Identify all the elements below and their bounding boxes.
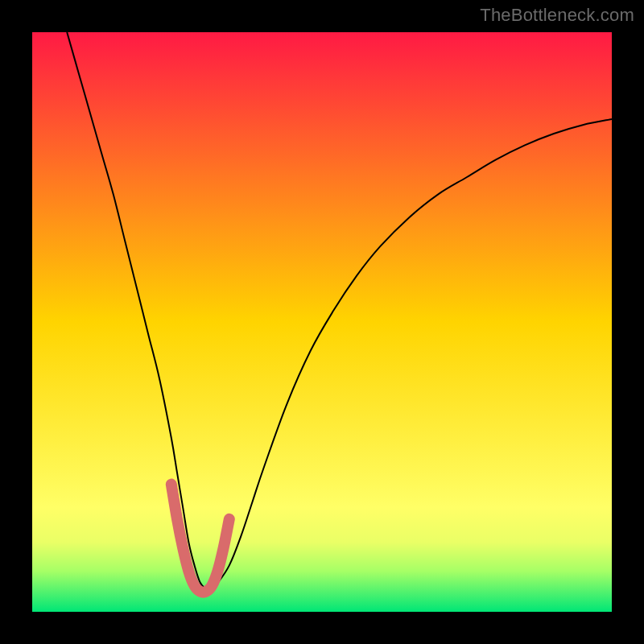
outer-frame: TheBottleneck.com bbox=[0, 0, 644, 644]
chart-plot-area bbox=[32, 32, 612, 612]
watermark-text: TheBottleneck.com bbox=[480, 5, 634, 26]
chart-svg bbox=[32, 32, 612, 612]
chart-background bbox=[32, 32, 612, 612]
